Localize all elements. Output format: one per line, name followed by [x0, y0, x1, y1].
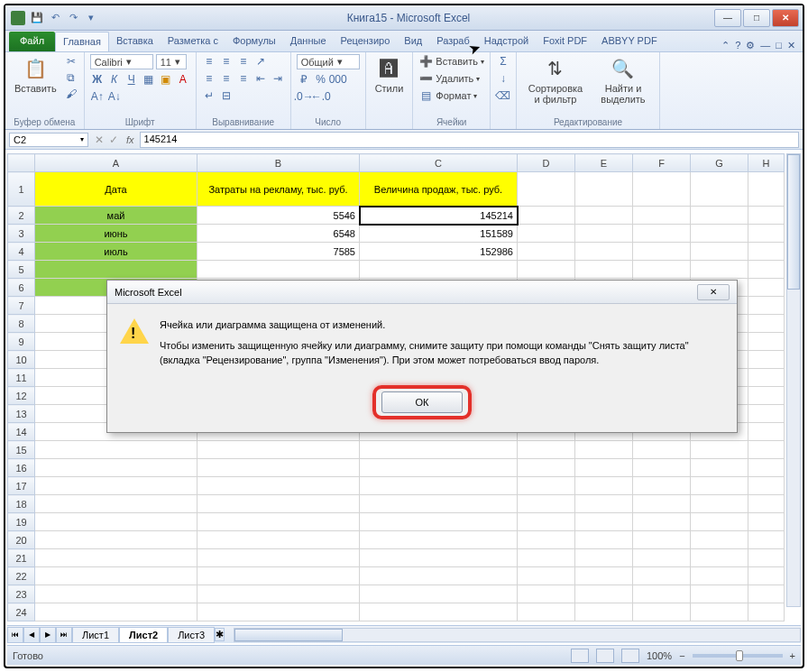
sheet-tab-лист2[interactable]: Лист2	[119, 627, 168, 643]
cell-F23[interactable]	[633, 585, 691, 603]
ribbon-minimize-icon[interactable]: ⌃	[721, 40, 730, 51]
cell-D19[interactable]	[518, 513, 575, 531]
col-header-B[interactable]: B	[197, 154, 360, 172]
percent-icon[interactable]: %	[314, 72, 328, 87]
qat-dropdown-icon[interactable]: ▾	[85, 12, 97, 24]
cell-C21[interactable]	[360, 549, 518, 567]
horizontal-scrollbar[interactable]	[234, 628, 801, 642]
cell-E22[interactable]	[575, 567, 633, 585]
cell-A4[interactable]: июль	[35, 243, 197, 261]
cell-H13[interactable]	[748, 405, 785, 423]
cell-D24[interactable]	[518, 603, 575, 621]
tab-вставка[interactable]: Вставка	[109, 32, 161, 51]
cell-F21[interactable]	[633, 549, 691, 567]
undo-icon[interactable]: ↶	[49, 12, 61, 24]
cell-B2[interactable]: 5546	[197, 207, 360, 225]
cell-F17[interactable]	[633, 477, 691, 495]
cell-A15[interactable]	[35, 441, 197, 459]
cell-E23[interactable]	[575, 585, 633, 603]
dialog-close-button[interactable]: ✕	[697, 284, 730, 300]
cell-B16[interactable]	[197, 459, 360, 477]
zoom-slider[interactable]	[693, 654, 783, 658]
col-header-E[interactable]: E	[575, 154, 633, 172]
indent-increase-icon[interactable]: ⇥	[271, 71, 285, 86]
fx-icon[interactable]: fx	[126, 134, 134, 145]
cell-E18[interactable]	[575, 495, 633, 513]
close-button[interactable]: ✕	[772, 9, 799, 27]
redo-icon[interactable]: ↷	[67, 12, 79, 24]
comma-icon[interactable]: 000	[331, 72, 345, 87]
cell-H6[interactable]	[748, 279, 785, 297]
cell-H23[interactable]	[748, 585, 785, 603]
cell-A24[interactable]	[35, 603, 197, 621]
cell-F16[interactable]	[633, 459, 691, 477]
cell-B19[interactable]	[197, 513, 360, 531]
zoom-out-button[interactable]: −	[679, 650, 684, 661]
cell-D21[interactable]	[518, 549, 575, 567]
cell-H21[interactable]	[748, 549, 785, 567]
file-tab[interactable]: Файл	[9, 32, 55, 51]
minimize-button[interactable]: —	[714, 9, 741, 27]
cell-H1[interactable]	[748, 172, 785, 207]
ok-button[interactable]: ОК	[381, 391, 463, 413]
row-header-13[interactable]: 13	[8, 405, 35, 423]
cell-G22[interactable]	[691, 567, 748, 585]
align-top-icon[interactable]: ≡	[202, 54, 216, 69]
autosum-icon[interactable]: Σ	[496, 54, 510, 69]
zoom-thumb[interactable]	[736, 650, 743, 661]
cell-G23[interactable]	[691, 585, 748, 603]
font-name-combo[interactable]: Calibri▾	[90, 54, 153, 69]
cell-E1[interactable]	[575, 172, 633, 207]
tab-данные[interactable]: Данные	[283, 32, 334, 51]
vertical-scroll-thumb[interactable]	[787, 154, 800, 290]
cell-F4[interactable]	[633, 243, 691, 261]
currency-icon[interactable]: ₽	[297, 72, 311, 87]
sort-filter-button[interactable]: ⇅ Сортировка и фильтр	[522, 54, 589, 106]
cell-C1[interactable]: Величина продаж, тыс. руб.	[360, 172, 518, 207]
tab-надстрой[interactable]: Надстрой	[477, 32, 536, 51]
cell-H15[interactable]	[748, 441, 785, 459]
cell-G15[interactable]	[691, 441, 748, 459]
cell-H8[interactable]	[748, 315, 785, 333]
col-header-A[interactable]: A	[35, 154, 197, 172]
row-header-22[interactable]: 22	[8, 567, 35, 585]
cell-E2[interactable]	[575, 207, 633, 225]
cell-A1[interactable]: Дата	[35, 172, 197, 207]
bold-icon[interactable]: Ж	[90, 72, 105, 87]
col-header-D[interactable]: D	[518, 154, 575, 172]
cell-D5[interactable]	[518, 261, 575, 279]
tab-формулы[interactable]: Формулы	[225, 32, 283, 51]
number-format-combo[interactable]: Общий▾	[297, 54, 360, 69]
row-header-6[interactable]: 6	[8, 279, 35, 297]
cell-C22[interactable]	[360, 567, 518, 585]
cell-A2[interactable]: май	[35, 207, 197, 225]
cell-C15[interactable]	[360, 441, 518, 459]
row-header-5[interactable]: 5	[8, 261, 35, 279]
cell-C17[interactable]	[360, 477, 518, 495]
cell-B5[interactable]	[197, 261, 360, 279]
format-painter-icon[interactable]: 🖌	[64, 87, 78, 101]
cell-H18[interactable]	[748, 495, 785, 513]
cell-H19[interactable]	[748, 513, 785, 531]
tab-разметка с[interactable]: Разметка с	[161, 32, 225, 51]
zoom-in-button[interactable]: +	[790, 650, 795, 661]
cell-H4[interactable]	[748, 243, 785, 261]
cell-E4[interactable]	[575, 243, 633, 261]
cell-H20[interactable]	[748, 531, 785, 549]
cell-D18[interactable]	[518, 495, 575, 513]
cell-F18[interactable]	[633, 495, 691, 513]
cell-H17[interactable]	[748, 477, 785, 495]
page-layout-view-button[interactable]	[596, 649, 614, 663]
tab-abbyy pdf[interactable]: ABBYY PDF	[594, 32, 665, 51]
row-header-17[interactable]: 17	[8, 477, 35, 495]
styles-button[interactable]: 🅰 Стили	[372, 54, 408, 96]
cell-D2[interactable]	[518, 207, 575, 225]
cell-G17[interactable]	[691, 477, 748, 495]
cell-A5[interactable]	[35, 261, 197, 279]
row-header-19[interactable]: 19	[8, 513, 35, 531]
cell-E17[interactable]	[575, 477, 633, 495]
col-header-H[interactable]: H	[748, 154, 785, 172]
cell-B1[interactable]: Затраты на рекламу, тыс. руб.	[197, 172, 360, 207]
cell-E5[interactable]	[575, 261, 633, 279]
cell-C2[interactable]: 145214	[360, 207, 518, 225]
